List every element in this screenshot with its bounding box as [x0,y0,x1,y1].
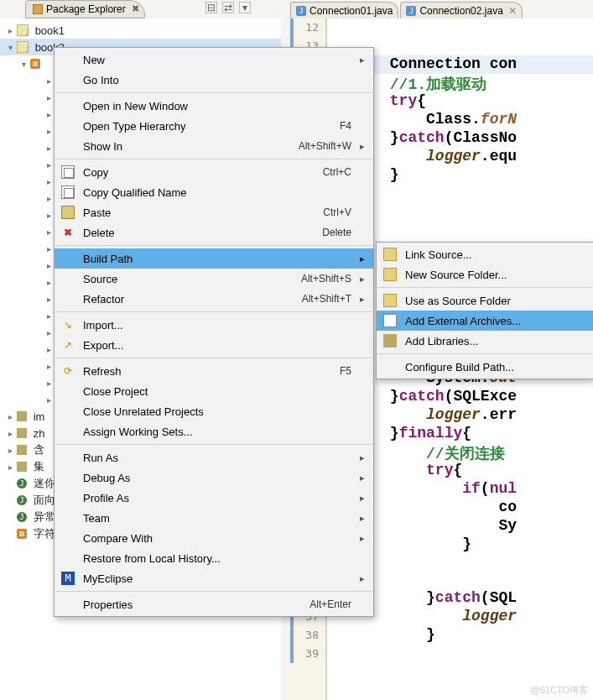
menu-item-compare-with[interactable]: Compare With [55,528,373,548]
menu-item-open-in-new-window[interactable]: Open in New Window [55,96,373,116]
link-editor-icon[interactable]: ⇄ [222,2,234,13]
ic-imp-icon: ↘ [61,318,75,332]
close-icon[interactable]: ✕ [508,5,517,17]
java-file-icon: J [296,6,306,16]
ic-cfg-icon [383,360,397,374]
shortcut: Alt+Shift+W [299,140,351,152]
editor-tab[interactable]: JConnection01.java [290,2,398,18]
editor-tabs: JConnection01.javaJConnection02.java✕ [290,0,593,18]
menu-item-profile-as[interactable]: Profile As [55,488,373,508]
menu-item-source[interactable]: SourceAlt+Shift+S [55,269,373,289]
buildpath-submenu[interactable]: Link Source...New Source Folder...Use as… [376,242,593,379]
ic-copy-icon [61,165,75,179]
menu-separator [55,311,372,312]
code-line[interactable]: } [330,626,593,645]
line-number: 38 [290,626,319,645]
shortcut: Alt+Shift+T [302,293,351,305]
menu-item-export[interactable]: ↗Export... [55,335,373,355]
shortcut: F5 [340,365,351,377]
shortcut: Alt+Enter [310,598,351,610]
watermark: @51CTO博客 [531,684,588,697]
shortcut: F4 [340,120,351,132]
menu-item-close-unrelated-projects[interactable]: Close Unrelated Projects [55,401,373,421]
pkg-icon [17,529,27,539]
ic-fld-icon [383,294,397,307]
code-line[interactable] [330,645,593,663]
menu-item-paste[interactable]: PasteCtrl+V [55,202,373,222]
lib-icon [17,428,27,438]
class-icon: J [17,495,27,505]
package-explorer-title: Package Explorer [46,3,126,15]
code-line[interactable] [330,18,593,37]
collapse-all-icon[interactable]: ⊟ [205,2,217,13]
menu-item-myeclipse[interactable]: MMyEclipse [55,568,373,588]
shortcut: Ctrl+C [323,166,351,178]
menu-separator [55,92,372,93]
shortcut: Ctrl+V [323,206,351,218]
pin-icon[interactable]: ✖ [132,3,139,14]
ic-fld-icon [383,268,397,281]
menu-separator [55,591,372,592]
ic-paste-icon [61,206,75,219]
java-file-icon: J [406,6,416,16]
context-menu[interactable]: NewGo IntoOpen in New WindowOpen Type Hi… [54,47,374,617]
menu-separator [377,353,592,354]
shortcut: Alt+Shift+S [301,273,351,285]
lib-icon [17,445,27,455]
submenu-item-link-source[interactable]: Link Source... [377,244,593,264]
explorer-toolbar: ⊟ ⇄ ▾ [205,2,251,13]
menu-item-refresh[interactable]: ⟳RefreshF5 [55,361,373,381]
ic-lib2-icon [383,334,397,347]
submenu-item-new-source-folder[interactable]: New Source Folder... [377,264,593,285]
menu-item-show-in[interactable]: Show InAlt+Shift+W [55,136,373,156]
ic-copy-icon [61,185,75,199]
menu-item-team[interactable]: Team [55,508,373,528]
package-explorer-tab[interactable]: Package Explorer ✖ [25,0,145,18]
menu-item-build-path[interactable]: Build Path [55,248,373,269]
shortcut: Delete [322,227,351,238]
project-icon [17,41,29,53]
package-explorer-icon [33,4,43,14]
package-icon [30,59,40,69]
menu-item-close-project[interactable]: Close Project [55,381,373,401]
ic-jar-icon [383,314,397,327]
menu-separator [55,245,372,246]
lib-icon [17,462,27,472]
menu-separator [55,444,372,445]
ic-del-icon: ✖ [61,226,75,239]
ic-ref-icon: ⟳ [61,364,75,378]
line-number: 12 [290,18,319,37]
class-icon: J [17,478,27,488]
submenu-item-add-libraries[interactable]: Add Libraries... [377,331,593,351]
lib-icon [17,411,27,421]
menu-item-open-type-hierarchy[interactable]: Open Type HierarchyF4 [55,116,373,136]
menu-item-new[interactable]: New [55,50,373,70]
submenu-item-add-external-archives[interactable]: Add External Archives... [377,311,593,331]
menu-item-debug-as[interactable]: Debug As [55,468,373,488]
submenu-item-use-as-source-folder[interactable]: Use as Source Folder [377,290,593,311]
class-icon: J [17,512,27,522]
menu-separator [377,287,592,288]
menu-item-import[interactable]: ↘Import... [55,315,373,335]
view-menu-icon[interactable]: ▾ [239,2,251,13]
menu-item-go-into[interactable]: Go Into [55,70,373,90]
menu-item-refactor[interactable]: RefactorAlt+Shift+T [55,289,373,309]
project-icon [17,24,29,36]
ic-my-icon: M [61,572,75,585]
menu-item-assign-working-sets[interactable]: Assign Working Sets... [55,421,373,441]
project-book1[interactable]: ▸ book1 [0,22,281,39]
menu-item-delete[interactable]: ✖DeleteDelete [55,222,373,243]
submenu-item-configure-build-path[interactable]: Configure Build Path... [377,357,593,377]
menu-item-restore-from-local-history[interactable]: Restore from Local History... [55,548,373,568]
menu-separator [55,159,372,159]
menu-item-copy[interactable]: CopyCtrl+C [55,162,373,182]
menu-item-properties[interactable]: PropertiesAlt+Enter [55,594,373,614]
menu-item-run-as[interactable]: Run As [55,447,373,468]
editor-tab[interactable]: JConnection02.java✕ [400,2,522,18]
menu-item-copy-qualified-name[interactable]: Copy Qualified Name [55,182,373,202]
ic-imp-icon: ↗ [61,338,75,352]
ic-fld-icon [383,248,397,261]
line-number: 39 [290,645,319,663]
menu-separator [55,358,372,358]
